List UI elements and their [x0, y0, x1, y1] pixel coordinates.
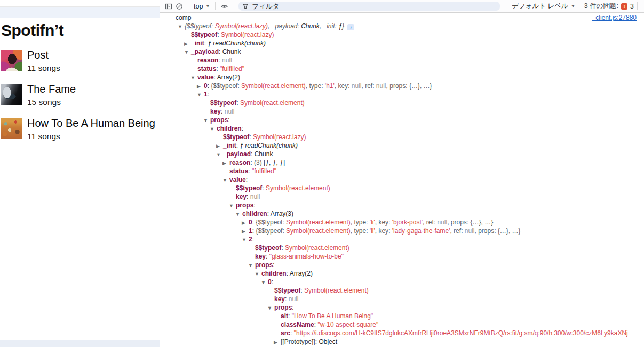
console-tree-row[interactable]: ▼value: [160, 175, 644, 184]
album-cover-bjork [1, 50, 22, 71]
token-g: null [352, 82, 362, 90]
collapse-arrow-icon[interactable]: ▼ [210, 125, 217, 133]
token-g: null [250, 193, 260, 200]
console-tree-row[interactable]: ▼_payload: Chunk [160, 47, 644, 56]
token-k: $$typeof [223, 133, 249, 141]
javascript-context-selector[interactable]: top ▼ [192, 3, 212, 10]
log-level-selector[interactable]: デフォルト レベル ▼ [510, 2, 577, 11]
console-tree-row[interactable]: ▼0: [160, 278, 644, 286]
collapse-arrow-icon[interactable]: ▼ [197, 91, 204, 99]
info-icon[interactable]: i [347, 24, 354, 31]
web-page-panel: Spotifn’t Post11 songsThe Fame15 songsHo… [0, 0, 160, 347]
collapse-arrow-icon[interactable]: ▼ [216, 150, 223, 159]
expand-arrow-icon[interactable]: ▶ [197, 82, 204, 91]
token-k: 1 [204, 91, 208, 98]
expand-arrow-icon[interactable]: ▶ [274, 338, 281, 346]
collapse-arrow-icon[interactable]: ▼ [178, 22, 185, 31]
live-expression-button[interactable] [219, 1, 229, 12]
console-tree-row[interactable]: ▼props: [160, 201, 644, 209]
token-k: props [255, 261, 273, 269]
chevron-down-icon: ▼ [205, 4, 210, 8]
token-pk: key [378, 219, 388, 226]
expand-arrow-icon[interactable]: ▶ [216, 142, 223, 150]
console-tree-row[interactable]: ▼_payload: Chunk [160, 150, 644, 158]
collapse-arrow-icon[interactable]: ▼ [242, 236, 249, 244]
console-tree-row[interactable]: ▼props: [160, 303, 644, 312]
collapse-arrow-icon[interactable]: ▼ [261, 278, 268, 287]
console-tree-row[interactable]: ▼2: [160, 235, 644, 244]
console-sidebar-toggle-button[interactable] [163, 1, 174, 12]
album-song-count: 15 songs [27, 98, 76, 107]
console-tree-row[interactable]: ▼children: Array(3) [160, 209, 644, 218]
token-pk: _init [323, 22, 335, 30]
token-k: status [229, 167, 248, 175]
console-tree-row[interactable]: ▶0: {$$typeof: Symbol(react.element), ty… [160, 82, 644, 90]
collapse-arrow-icon[interactable]: ▼ [203, 116, 210, 125]
console-tree-row[interactable]: ▼props: [160, 116, 644, 124]
source-location-link[interactable]: _client.js:27880 [592, 14, 637, 21]
token-d: Chunk [222, 48, 241, 55]
token-pk: type [354, 227, 366, 235]
expand-arrow-icon[interactable]: ▶ [242, 227, 249, 236]
token-p: : [285, 295, 289, 303]
expand-arrow-icon[interactable]: ▶ [184, 39, 191, 48]
expand-arrow-icon[interactable]: ▶ [222, 159, 229, 167]
console-tree-row[interactable]: ▼children: [160, 124, 644, 133]
console-tree-row[interactable]: ▼props: [160, 261, 644, 269]
collapse-arrow-icon[interactable]: ▼ [255, 270, 261, 278]
console-tree-row[interactable]: ▼1: [160, 90, 644, 99]
console-tree-row: status: "fulfilled" [160, 167, 644, 175]
album-title: Post [27, 49, 60, 61]
token-pk: ref [426, 219, 434, 226]
token-g: null [289, 295, 299, 303]
page-top-strip [0, 0, 160, 7]
console-tree-row: key: null [160, 192, 644, 201]
console-tree-row[interactable]: ▼{$$typeof: Symbol(react.lazy), _payload… [160, 22, 644, 30]
console-tree-row[interactable]: ▶_init: ƒ readChunk(chunk) [160, 39, 644, 47]
token-r: "w-10 aspect-square" [317, 321, 378, 328]
console-tree-row: $$typeof: Symbol(react.element) [160, 244, 644, 252]
object-tree: ▼{$$typeof: Symbol(react.lazy), _payload… [160, 22, 644, 346]
collapse-arrow-icon[interactable]: ▼ [190, 74, 197, 82]
console-tree-row: className: "w-10 aspect-square" [160, 320, 644, 329]
token-pk: $$typeof [258, 219, 282, 226]
console-tree-row[interactable]: ▶_init: ƒ readChunk(chunk) [160, 141, 644, 150]
console-tree-row[interactable]: ▶0: {$$typeof: Symbol(react.element), ty… [160, 218, 644, 227]
filter-input[interactable] [238, 2, 500, 11]
album-list: Post11 songsThe Fame15 songsHow To Be A … [1, 50, 155, 141]
token-p: : [290, 329, 294, 337]
console-tree-row[interactable]: ▶1: {$$typeof: Symbol(react.element), ty… [160, 227, 644, 235]
token-r: 'li' [370, 219, 375, 226]
token-d: , [269, 159, 273, 166]
collapse-arrow-icon[interactable]: ▼ [222, 176, 229, 184]
token-p: : [208, 91, 209, 98]
collapse-arrow-icon[interactable]: ▼ [248, 261, 255, 270]
token-p: : [247, 193, 250, 200]
console-tree-row: $$typeof: Symbol(react.lazy) [160, 133, 644, 141]
album-list-item[interactable]: The Fame15 songs [1, 84, 155, 107]
expand-arrow-icon[interactable]: ▶ [242, 219, 249, 227]
collapse-arrow-icon[interactable]: ▼ [229, 201, 236, 210]
album-list-item[interactable]: How To Be A Human Being11 songs [1, 118, 155, 141]
token-r: Symbol(react.element) [241, 82, 306, 90]
console-tree-row[interactable]: ▶[[Prototype]]: Object [160, 337, 644, 346]
console-tree-row[interactable]: ▼value: Array(2) [160, 73, 644, 82]
collapse-arrow-icon[interactable]: ▼ [184, 48, 191, 57]
token-r: 'h1' [325, 82, 335, 90]
context-label: top [194, 3, 203, 10]
album-list-item[interactable]: Post11 songs [1, 50, 155, 73]
token-p: : [252, 236, 254, 243]
token-r: Symbol(react.lazy) [215, 22, 268, 30]
token-d: Object [319, 338, 337, 345]
console-tree-row[interactable]: ▶reason: (3) [ƒ, ƒ, ƒ] [160, 158, 644, 167]
issues-button[interactable]: 3 件の問題: ! 3 [584, 2, 634, 11]
collapse-arrow-icon[interactable]: ▼ [235, 210, 242, 219]
album-title: The Fame [27, 83, 76, 95]
clear-console-button[interactable] [174, 1, 185, 12]
token-p: : [292, 304, 293, 311]
token-pd: : [388, 219, 392, 226]
token-p: : [251, 150, 255, 158]
collapse-arrow-icon[interactable]: ▼ [267, 304, 274, 312]
token-k: $$typeof [210, 99, 236, 107]
console-tree-row[interactable]: ▼children: Array(2) [160, 269, 644, 278]
